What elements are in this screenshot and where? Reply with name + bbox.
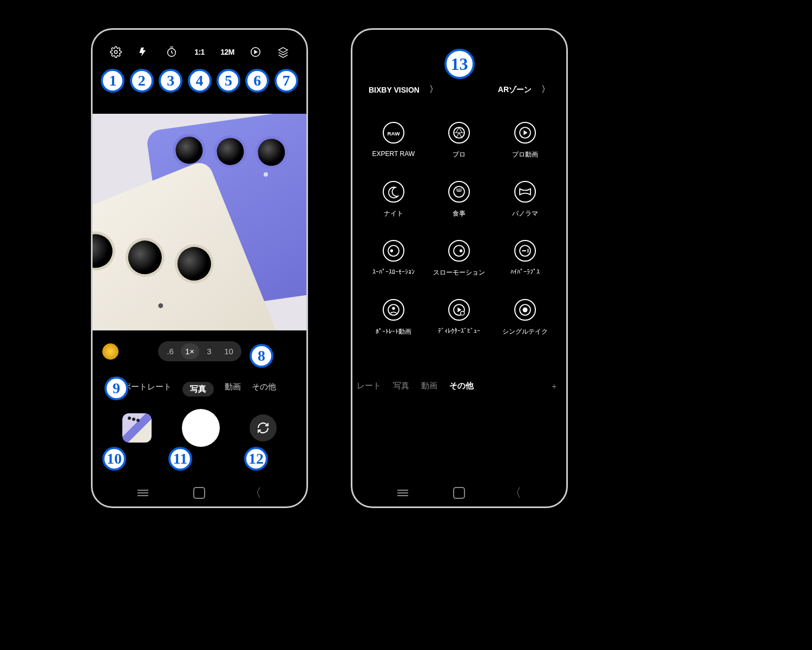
chevron-right-icon: 〉 xyxy=(541,84,550,95)
camera-mode-selector[interactable]: レート 写真 動画 その他 + xyxy=(352,381,566,391)
badge-11: 11 xyxy=(168,447,192,471)
badge-10: 10 xyxy=(102,447,126,471)
left-phone-frame: 1:1 12M 1 2 3 4 5 6 7 xyxy=(91,28,308,508)
svg-point-0 xyxy=(114,50,117,54)
mode-video[interactable]: 動画 xyxy=(421,381,437,391)
camera-switch-button[interactable] xyxy=(250,414,277,441)
ar-zone-link[interactable]: ARゾーン 〉 xyxy=(498,84,550,95)
svg-point-9 xyxy=(454,245,465,256)
mode-label: EXPERT RAW xyxy=(372,150,415,158)
pano-icon xyxy=(514,181,536,203)
badge-12: 12 xyxy=(244,447,268,471)
system-navbar: 〈 xyxy=(93,487,306,499)
badge-5: 5 xyxy=(217,69,240,93)
svg-point-13 xyxy=(392,307,395,310)
badge-6: 6 xyxy=(245,69,269,93)
moon-icon xyxy=(383,181,404,203)
raw-icon: RAW xyxy=(383,122,404,144)
scene-optimizer-icon[interactable] xyxy=(102,343,119,360)
svg-point-10 xyxy=(460,249,462,252)
filters-icon[interactable] xyxy=(273,46,293,58)
mode-label: 食事 xyxy=(453,209,466,218)
mode-pano[interactable]: パノラマ xyxy=(495,181,555,218)
mode-label: プロ xyxy=(453,150,466,159)
svg-point-7 xyxy=(388,245,399,256)
timer-icon[interactable] xyxy=(161,46,182,58)
mode-photo[interactable]: 写真 xyxy=(182,382,214,396)
mode-label: ﾎﾟｰﾄﾚｰﾄ動画 xyxy=(376,327,411,336)
badge-1: 1 xyxy=(101,69,125,93)
mode-play[interactable]: プロ動画 xyxy=(495,122,555,159)
mode-label: パノラマ xyxy=(512,209,538,218)
bixby-vision-label: BIXBY VISION xyxy=(369,86,420,94)
single-icon xyxy=(514,299,536,321)
badge-9: 9 xyxy=(104,376,128,400)
svg-text:RAW: RAW xyxy=(387,131,400,136)
slo-icon xyxy=(448,240,470,262)
nav-back-icon[interactable]: 〈 xyxy=(509,487,521,499)
aspect-ratio-button[interactable]: 1:1 xyxy=(189,48,210,56)
gallery-thumbnail[interactable] xyxy=(122,413,152,443)
flash-icon[interactable] xyxy=(133,47,154,57)
svg-point-8 xyxy=(390,249,393,252)
pvid-icon xyxy=(383,299,404,321)
zoom-controls: .6 1× 3 10 xyxy=(93,341,306,361)
camera-toolbar: 1:1 12M xyxy=(93,46,306,58)
settings-icon[interactable] xyxy=(106,46,126,58)
badge-7: 7 xyxy=(274,69,298,93)
mode-label: ｽｰﾊﾟｰｽﾛｰﾓｰｼｮﾝ xyxy=(372,268,415,276)
more-top-links: BIXBY VISION 〉 ARゾーン 〉 xyxy=(369,84,550,95)
nav-home-icon[interactable] xyxy=(453,487,465,499)
badge-8: 8 xyxy=(250,344,273,368)
mode-hyper[interactable]: ﾊｲﾊﾟｰﾗﾌﾟｽ xyxy=(495,240,555,277)
mode-more[interactable]: その他 xyxy=(449,381,474,391)
nav-home-icon[interactable] xyxy=(193,487,205,499)
nav-recents-icon[interactable] xyxy=(397,492,408,493)
badge-13: 13 xyxy=(444,49,475,79)
ar-zone-label: ARゾーン xyxy=(498,85,532,95)
mode-video[interactable]: 動画 xyxy=(225,382,241,396)
badge-4: 4 xyxy=(188,69,212,93)
bixby-vision-link[interactable]: BIXBY VISION 〉 xyxy=(369,84,438,95)
mode-label: ﾃﾞｨﾚｸﾀｰｽﾞﾋﾞｭｰ xyxy=(438,327,480,335)
mode-label: プロ動画 xyxy=(512,150,538,159)
more-modes-grid: RAWEXPERT RAWプロプロ動画ナイト食事パノラマｽｰﾊﾟｰｽﾛｰﾓｰｼｮ… xyxy=(363,122,555,336)
resolution-button[interactable]: 12M xyxy=(217,48,238,56)
mode-slo[interactable]: スローモーション xyxy=(429,240,490,277)
svg-point-17 xyxy=(523,308,528,313)
mode-moon[interactable]: ナイト xyxy=(363,181,424,218)
mode-aperture[interactable]: プロ xyxy=(429,122,490,159)
zoom-pill[interactable]: .6 1× 3 10 xyxy=(158,341,241,361)
dview-icon xyxy=(448,299,470,321)
sslo-icon xyxy=(383,240,404,262)
mode-label: ﾊｲﾊﾟｰﾗﾌﾟｽ xyxy=(510,268,540,276)
svg-point-6 xyxy=(454,186,465,197)
mode-food[interactable]: 食事 xyxy=(429,181,490,218)
zoom-option-2[interactable]: 3 xyxy=(200,343,219,359)
zoom-option-3[interactable]: 10 xyxy=(220,343,238,359)
nav-recents-icon[interactable] xyxy=(137,492,148,493)
hyper-icon xyxy=(514,240,536,262)
mode-dview[interactable]: ﾃﾞｨﾚｸﾀｰｽﾞﾋﾞｭｰ xyxy=(429,299,490,336)
right-phone-frame: 13 BIXBY VISION 〉 ARゾーン 〉 RAWEXPERT RAWプ… xyxy=(351,28,568,508)
shutter-row xyxy=(93,409,306,447)
zoom-option-0[interactable]: .6 xyxy=(161,343,180,359)
zoom-option-1[interactable]: 1× xyxy=(181,343,199,359)
mode-portrait-partial[interactable]: レート xyxy=(357,381,381,391)
mode-sslo[interactable]: ｽｰﾊﾟｰｽﾛｰﾓｰｼｮﾝ xyxy=(363,240,424,277)
viewfinder[interactable] xyxy=(93,114,306,330)
shutter-button[interactable] xyxy=(182,409,220,447)
motion-photo-icon[interactable] xyxy=(245,46,266,58)
svg-point-15 xyxy=(461,311,464,315)
mode-more[interactable]: その他 xyxy=(252,382,276,396)
mode-single[interactable]: シングルテイク xyxy=(495,299,555,336)
mode-photo[interactable]: 写真 xyxy=(393,381,409,391)
mode-raw[interactable]: RAWEXPERT RAW xyxy=(363,122,424,159)
mode-pvid[interactable]: ﾎﾟｰﾄﾚｰﾄ動画 xyxy=(363,299,424,336)
mode-label: ナイト xyxy=(384,209,403,218)
badge-3: 3 xyxy=(159,69,182,93)
mode-portrait[interactable]: ポートレート xyxy=(123,382,172,396)
mode-label: シングルテイク xyxy=(502,327,548,336)
nav-back-icon[interactable]: 〈 xyxy=(250,487,261,499)
add-mode-button[interactable]: + xyxy=(552,381,556,391)
